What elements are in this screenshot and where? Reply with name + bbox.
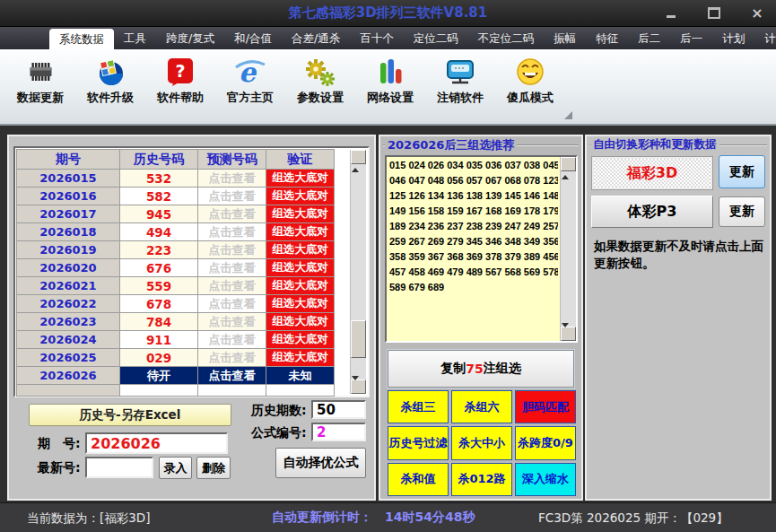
toolbar-button-label: 网络设置 [367, 90, 414, 106]
toolbar-button[interactable]: ?软件帮助 [147, 56, 214, 106]
filter-button[interactable]: 杀大中小 [451, 426, 512, 459]
filter-button[interactable]: 杀和值 [388, 463, 449, 496]
filter-button[interactable]: 杀组六 [451, 390, 512, 423]
table-history-cell: 223 [120, 241, 198, 259]
toolbar-button[interactable]: 数据更新 [7, 56, 74, 106]
scroll-up-button[interactable] [351, 150, 366, 164]
scroll-thumb[interactable] [351, 320, 366, 358]
table-predict-link[interactable]: 点击查看 [198, 277, 266, 295]
toolbar-button[interactable]: 傻瓜模式 [497, 56, 563, 106]
table-predict-link[interactable]: 点击查看 [198, 170, 266, 188]
table-scrollbar[interactable] [350, 150, 366, 394]
table-period-cell: 2026017 [17, 205, 120, 223]
toolbar-grip-icon[interactable] [564, 111, 572, 119]
table-empty-cell [17, 385, 120, 397]
table-verify-cell: 组选大底对 [266, 277, 335, 295]
table-predict-link[interactable]: 点击查看 [198, 259, 266, 277]
menu-tab[interactable]: 和/合值 [224, 27, 282, 49]
menu-tab[interactable]: 不定位二码 [468, 27, 545, 49]
history-table: 期号历史号码预测号码验证2026015532点击查看组选大底对202601658… [16, 149, 335, 397]
filter-button[interactable]: 杀组三 [388, 390, 449, 423]
menu-tab[interactable]: 系统数据 [49, 29, 114, 49]
table-period-cell: 2026021 [17, 277, 120, 295]
table-predict-link[interactable]: 点击查看 [198, 223, 266, 241]
toolbar-button[interactable]: 参数设置 [287, 56, 353, 106]
table-verify-cell: 组选大底对 [266, 241, 335, 259]
menu-tab[interactable]: 振幅 [544, 27, 586, 49]
table-predict-link[interactable]: 点击查看 [198, 205, 266, 223]
menu-tab[interactable]: 特征 [586, 27, 628, 49]
filter-button[interactable]: 杀跨度0/9 [515, 426, 576, 459]
table-predict-link[interactable]: 点击查看 [198, 241, 266, 259]
copy-button-prefix: 复制 [440, 361, 466, 377]
table-history-cell: 676 [120, 259, 198, 277]
table-predict-link[interactable]: 点击查看 [198, 313, 266, 331]
menu-tab[interactable]: 后一 [670, 27, 712, 49]
period-input[interactable] [85, 432, 228, 454]
window-title: 第七感福彩3D排列三软件V8.81 [0, 4, 776, 22]
maximize-button[interactable] [706, 5, 722, 21]
table-predict-link[interactable]: 点击查看 [198, 295, 266, 313]
table-verify-cell: 组选大底对 [266, 223, 335, 241]
table-history-cell: 582 [120, 188, 198, 205]
table-period-cell: 2026016 [17, 188, 120, 205]
table-predict-link[interactable]: 点击查看 [198, 188, 266, 205]
history-panel: 期号历史号码预测号码验证2026015532点击查看组选大底对202601658… [7, 135, 376, 501]
copy-selection-button[interactable]: 复制75注组选 [388, 350, 574, 388]
minimize-button[interactable] [663, 5, 679, 21]
toolbar-button[interactable]: 软件升级 [77, 56, 144, 106]
p3-update-button[interactable]: 更新 [719, 196, 765, 227]
menu-tab[interactable]: 合差/通杀 [282, 27, 350, 49]
recommend-numbers-text[interactable]: 015 024 026 034 035 036 037 038 045 046 … [389, 158, 558, 339]
toolbar-button[interactable]: e官方主页 [217, 56, 283, 106]
history-table-frame: 期号历史号码预测号码验证2026015532点击查看组选大底对202601658… [13, 146, 370, 397]
table-period-cell: 2026025 [17, 349, 120, 367]
p3-button[interactable]: 体彩P3 [591, 196, 713, 228]
logout-monitor-icon [444, 56, 476, 88]
table-predict-link[interactable]: 点击查看 [198, 367, 266, 385]
table-predict-link[interactable]: 点击查看 [198, 349, 266, 367]
numbers-scrollbar[interactable] [560, 157, 576, 341]
period-label: 期 号: [38, 436, 81, 452]
table-verify-cell: 组选大底对 [266, 205, 335, 223]
menu-tab[interactable]: 后二 [628, 27, 670, 49]
arrow-up-icon [352, 151, 359, 172]
close-button[interactable]: × [749, 5, 765, 21]
table-predict-link[interactable]: 点击查看 [198, 331, 266, 349]
table-header-cell: 预测号码 [198, 150, 266, 170]
menu-tab[interactable]: 百十个 [350, 27, 404, 49]
lottery-switch-panel: 自由切换彩种和更新数据 福彩3D 更新 体彩P3 更新 如果数据更新不及时请点击… [585, 135, 772, 501]
latest-number-input[interactable] [85, 457, 153, 478]
save-excel-button[interactable]: 历史号-另存Excel [29, 404, 231, 426]
table-verify-cell: 组选大底对 [266, 170, 335, 188]
delete-button[interactable]: 删除 [196, 457, 231, 479]
enter-button[interactable]: 录入 [159, 457, 192, 479]
auto-formula-button[interactable]: 自动择优公式 [275, 448, 366, 478]
formula-number-input[interactable] [311, 423, 366, 441]
scroll-down-button[interactable] [351, 379, 366, 394]
filter-button[interactable]: 杀012路 [451, 463, 512, 496]
toolbar-button[interactable]: 注销软件 [427, 56, 493, 106]
scroll-up-button[interactable] [561, 157, 576, 171]
table-history-cell: 945 [120, 205, 198, 223]
table-history-cell: 911 [120, 331, 198, 349]
menu-tab[interactable]: 计划 [712, 27, 754, 49]
toolbar-button-label: 傻瓜模式 [507, 90, 554, 106]
scroll-down-button[interactable] [561, 327, 576, 341]
update-note-text: 如果数据更新不及时请点击上面更新按钮。 [594, 238, 766, 272]
history-count-input[interactable] [311, 400, 366, 419]
fc3d-button[interactable]: 福彩3D [591, 156, 713, 190]
menu-tab[interactable]: 工具 [114, 27, 156, 49]
filter-button[interactable]: 深入缩水 [515, 463, 576, 496]
menu-tab[interactable]: 定位二码 [404, 27, 468, 49]
table-history-cell: 532 [120, 170, 198, 188]
filter-button[interactable]: 历史号过滤 [388, 426, 449, 459]
menu-tab[interactable]: 计划2 [754, 27, 776, 49]
table-period-cell: 2026020 [17, 259, 120, 277]
filter-button[interactable]: 胆码匹配 [515, 390, 576, 423]
fc3d-update-button[interactable]: 更新 [719, 155, 765, 188]
toolbar-button[interactable]: 网络设置 [357, 56, 423, 106]
menu-tab[interactable]: 跨度/复式 [156, 27, 224, 49]
table-header-cell: 期号 [17, 150, 120, 170]
current-data-status: 当前数据为：[福彩3D] [27, 510, 151, 527]
